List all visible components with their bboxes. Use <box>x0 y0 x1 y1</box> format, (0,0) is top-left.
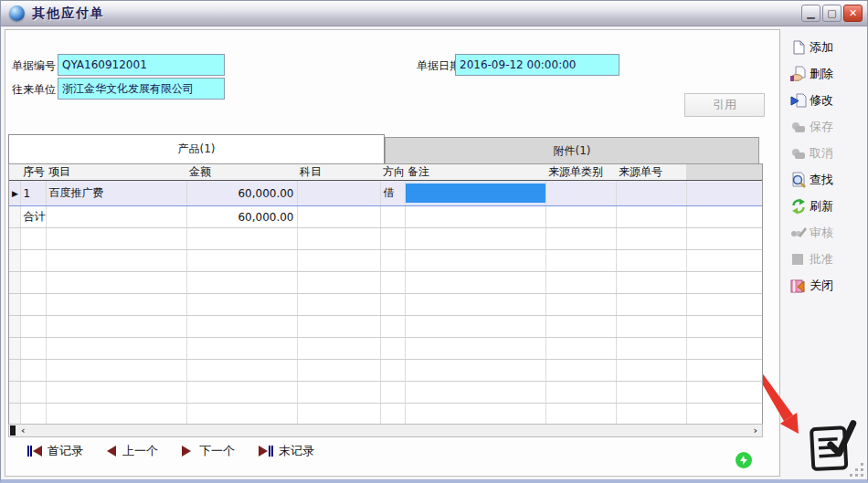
empty-cell <box>297 228 380 250</box>
empty-cell <box>297 250 380 272</box>
green-circle-icon <box>735 451 753 469</box>
empty-cell <box>616 382 686 404</box>
col-seq: 序号 <box>20 164 46 181</box>
sidebar-refresh-button[interactable]: 刷新 <box>790 196 867 216</box>
empty-cell <box>686 228 763 250</box>
empty-cell <box>380 250 405 272</box>
empty-cell <box>186 316 297 338</box>
empty-cell <box>9 382 20 404</box>
row-marker: ▶ <box>9 181 20 206</box>
empty-cell <box>545 250 616 272</box>
partner-input[interactable] <box>58 78 225 100</box>
empty-cell <box>20 382 46 404</box>
doc-no-label: 单据编号 <box>12 58 56 74</box>
close-button[interactable]: ✕ <box>843 5 863 22</box>
empty-cell <box>380 272 405 294</box>
scrollbar-thumb[interactable] <box>10 425 16 436</box>
empty-cell <box>405 272 545 294</box>
scroll-right-icon[interactable]: › <box>753 425 757 436</box>
sidebar-modify-button[interactable]: 修改 <box>790 90 867 110</box>
sidebar-search-button[interactable]: 查找 <box>790 170 867 190</box>
empty-cell <box>616 228 686 250</box>
total-row: 合计 60,000.00 <box>9 206 763 228</box>
tab-attachments[interactable]: 附件(1) <box>385 137 759 164</box>
doc-no-input[interactable] <box>58 54 225 76</box>
empty-cell <box>20 228 46 250</box>
empty-cell <box>380 316 405 338</box>
tab-products[interactable]: 产品(1) <box>8 134 385 164</box>
data-row-1[interactable]: ▶ 1 百度推广费 60,000.00 借 <box>9 181 763 206</box>
empty-cell <box>9 250 20 272</box>
cell-amount[interactable]: 60,000.00 <box>186 181 297 206</box>
sidebar-audit-button: 审核 <box>790 223 867 243</box>
scroll-left-icon[interactable]: ‹ <box>21 425 26 436</box>
empty-cell <box>545 404 616 425</box>
nav-previous-button[interactable]: 上一个 <box>103 443 158 459</box>
col-extra <box>686 164 763 181</box>
cell-seq[interactable]: 1 <box>20 181 46 206</box>
empty-cell <box>545 294 616 316</box>
cell-source-type[interactable] <box>545 181 616 206</box>
col-amount: 金额 <box>186 164 297 181</box>
nav-last-button[interactable]: 末记录 <box>258 443 314 459</box>
doc-date-input[interactable] <box>455 54 619 76</box>
total-label: 合计 <box>20 206 46 228</box>
nav-first-button[interactable]: 首记录 <box>26 443 83 459</box>
resize-grip[interactable] <box>850 463 864 478</box>
empty-cell <box>686 294 763 316</box>
cancel-icon <box>790 145 807 162</box>
empty-row <box>9 338 763 360</box>
empty-cell <box>405 382 545 404</box>
doc-date-label: 单据日期 <box>417 58 460 74</box>
empty-cell <box>46 360 186 382</box>
sidebar-close-button[interactable]: 关闭 <box>790 276 867 296</box>
empty-cell <box>405 228 545 250</box>
cell-item[interactable]: 百度推广费 <box>46 181 186 206</box>
empty-cell <box>405 316 545 338</box>
empty-cell <box>545 228 616 250</box>
cell-subject[interactable] <box>297 181 380 206</box>
modify-arrow-icon <box>790 92 807 109</box>
cell-note-selected[interactable] <box>405 181 545 206</box>
empty-cell <box>186 294 297 316</box>
titlebar[interactable]: 其他应付单 ▁ ▢ ✕ <box>1 1 867 26</box>
empty-cell <box>9 404 20 425</box>
empty-cell <box>46 228 186 250</box>
next-record-icon <box>180 445 195 457</box>
maximize-button[interactable]: ▢ <box>822 5 842 22</box>
empty-cell <box>405 404 545 425</box>
approve-icon <box>790 251 807 268</box>
minimize-button[interactable]: ▁ <box>801 5 820 22</box>
empty-cell <box>297 272 380 294</box>
empty-cell <box>616 404 686 425</box>
empty-row <box>9 404 763 425</box>
cell-source-no[interactable] <box>616 181 686 206</box>
nav-next-button[interactable]: 下一个 <box>180 443 235 459</box>
horizontal-scrollbar[interactable]: ‹ › <box>8 424 763 437</box>
empty-cell <box>545 272 616 294</box>
empty-cell <box>545 382 616 404</box>
sidebar-delete-button[interactable]: 删除 <box>790 64 867 84</box>
empty-cell <box>186 338 297 360</box>
empty-cell <box>545 360 616 382</box>
empty-cell <box>616 360 686 382</box>
empty-cell <box>616 294 686 316</box>
empty-cell <box>186 404 297 425</box>
last-record-icon <box>258 445 274 457</box>
empty-cell <box>686 338 763 360</box>
cell-direction[interactable]: 借 <box>380 181 405 206</box>
sidebar-cancel-button: 取消 <box>790 143 867 163</box>
empty-cell <box>9 338 20 360</box>
empty-cell <box>20 360 46 382</box>
empty-cell <box>405 294 545 316</box>
close-book-icon <box>790 278 807 294</box>
refresh-arrows-icon <box>790 198 807 215</box>
sidebar-add-button[interactable]: 添加 <box>790 37 867 58</box>
empty-cell <box>616 250 686 272</box>
empty-cell <box>186 272 297 294</box>
search-magnifier-icon <box>790 172 807 188</box>
previous-record-icon <box>103 445 118 457</box>
cell-extra <box>686 181 763 206</box>
window-title: 其他应付单 <box>32 5 105 22</box>
grid-header-row: 序号 项目 金额 科目 方向 备注 来源单类别 来源单号 <box>9 164 763 181</box>
